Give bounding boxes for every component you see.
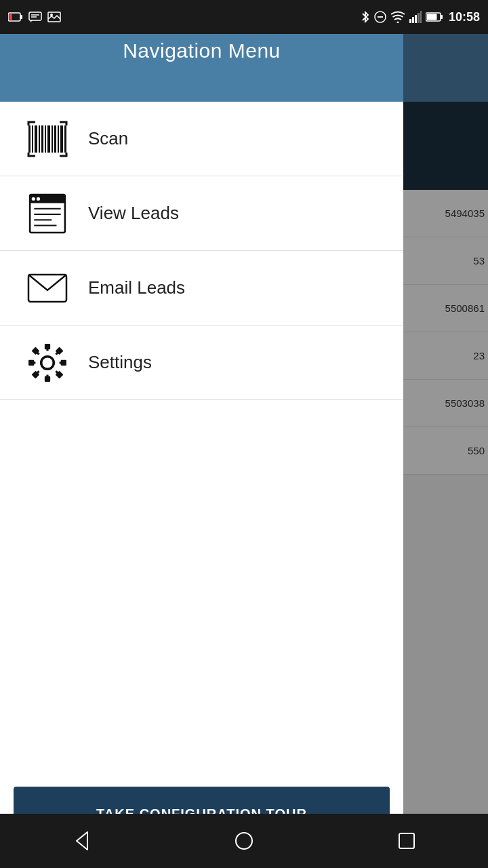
recents-button[interactable] [386,821,427,861]
svg-rect-1 [20,15,22,19]
svg-point-35 [37,197,40,200]
recents-icon [398,832,415,850]
svg-rect-25 [45,125,46,153]
nav-spacer [0,437,403,773]
svg-rect-14 [415,15,417,23]
svg-rect-31 [64,125,66,153]
svg-rect-23 [39,125,40,153]
svg-rect-18 [441,15,443,19]
back-icon [71,831,92,851]
dnd-icon [374,11,386,23]
nav-item-view-leads[interactable]: View Leads [0,176,403,251]
svg-rect-50 [45,344,50,349]
svg-point-59 [44,359,51,366]
svg-rect-51 [45,376,50,381]
svg-rect-29 [58,125,59,153]
svg-rect-26 [47,125,50,153]
svg-point-11 [396,22,399,24]
svg-rect-28 [54,125,56,153]
svg-rect-21 [32,125,33,153]
status-time: 10:58 [449,10,480,24]
nav-item-settings[interactable]: Settings [0,326,403,400]
svg-rect-30 [60,125,63,153]
svg-point-34 [32,197,35,200]
view-leads-label: View Leads [88,203,179,224]
status-icons-right: 10:58 [361,10,480,24]
email-icon [20,261,75,315]
back-button[interactable] [61,821,102,861]
sms-icon [28,12,42,22]
svg-rect-16 [420,11,422,23]
status-bar: 10:58 [0,0,488,34]
battery-icon [8,12,23,22]
svg-marker-60 [77,832,87,850]
nav-item-scan[interactable]: Scan [0,102,403,176]
bluetooth-icon [361,10,370,24]
image-icon [47,12,61,22]
svg-rect-3 [29,12,41,20]
email-leads-label: Email Leads [88,277,185,298]
svg-rect-52 [28,359,34,365]
settings-label: Settings [88,352,152,373]
svg-rect-20 [28,125,30,153]
nav-items: Scan View Leads [0,102,403,437]
svg-rect-19 [426,14,436,20]
home-icon [234,831,254,851]
home-button[interactable] [224,821,264,861]
svg-rect-62 [399,833,414,848]
nav-title: Navigation Menu [123,39,281,62]
signal-icon [409,11,422,23]
svg-rect-27 [52,125,53,153]
svg-point-61 [236,833,252,849]
document-list-icon [20,186,75,241]
status-icons-left [8,12,61,22]
nav-item-email-leads[interactable]: Email Leads [0,251,403,326]
svg-rect-53 [61,359,66,365]
wifi-icon [390,11,405,23]
svg-marker-6 [30,20,33,22]
svg-rect-2 [9,14,12,20]
svg-rect-33 [30,195,65,203]
svg-rect-15 [418,13,420,23]
android-nav-bar [0,814,488,868]
gear-icon [20,336,75,390]
battery-main-icon [426,12,443,22]
svg-rect-13 [412,17,414,23]
svg-rect-22 [35,125,37,153]
nav-drawer: Navigation Menu [0,0,403,868]
scan-label: Scan [88,128,128,149]
svg-rect-24 [41,125,43,153]
barcode-icon [20,112,75,166]
svg-rect-12 [409,19,411,23]
